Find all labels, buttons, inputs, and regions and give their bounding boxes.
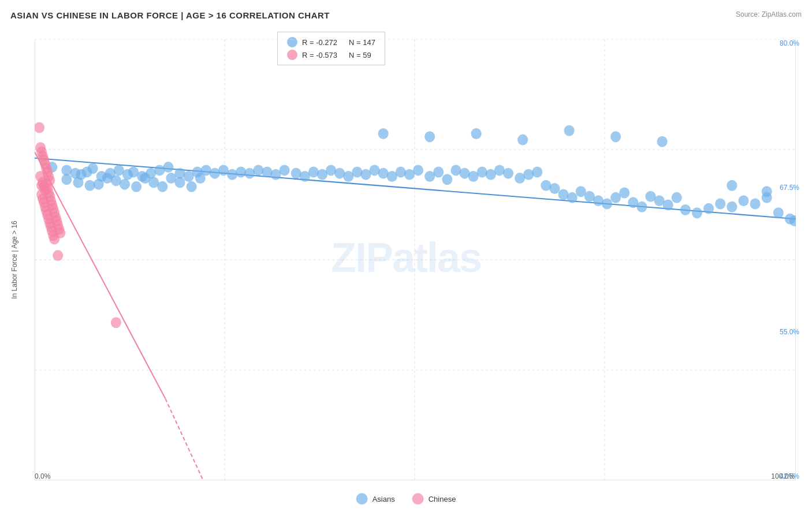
svg-point-85 (672, 192, 682, 203)
x-axis-labels: 0.0% 100.0% (35, 472, 795, 480)
legend-asians: Asians (356, 493, 395, 505)
x-label-left: 0.0% (35, 472, 50, 480)
svg-point-79 (619, 187, 630, 198)
svg-point-87 (692, 207, 702, 218)
svg-point-89 (715, 198, 725, 209)
svg-point-109 (187, 181, 197, 192)
svg-point-115 (564, 125, 575, 136)
svg-point-91 (738, 195, 748, 206)
legend-chinese: Chinese (412, 493, 456, 505)
chinese-swatch-bottom (412, 493, 424, 505)
svg-point-71 (549, 183, 560, 194)
svg-point-97 (73, 177, 83, 188)
source-label: Source: ZipAtlas.com (736, 10, 802, 18)
svg-point-117 (657, 136, 668, 147)
bottom-legend: Asians Chinese (356, 493, 456, 505)
svg-point-103 (131, 181, 141, 192)
svg-point-92 (750, 198, 761, 209)
svg-point-73 (567, 192, 578, 203)
x-label-right: 100.0% (771, 472, 795, 480)
svg-point-66 (503, 168, 513, 179)
svg-point-58 (433, 167, 444, 178)
asians-label: Asians (373, 495, 395, 503)
svg-point-99 (94, 179, 104, 190)
svg-point-38 (253, 165, 263, 176)
svg-point-56 (413, 165, 423, 176)
svg-point-119 (762, 186, 772, 197)
svg-point-19 (88, 163, 98, 174)
svg-point-108 (174, 177, 185, 188)
svg-point-113 (471, 128, 482, 139)
svg-point-114 (517, 135, 528, 145)
svg-point-106 (157, 181, 167, 192)
svg-point-41 (280, 165, 290, 176)
chart-title: ASIAN VS CHINESE IN LABOR FORCE | AGE > … (10, 10, 330, 20)
chart-container: ASIAN VS CHINESE IN LABOR FORCE | AGE > … (0, 0, 812, 515)
svg-point-94 (773, 207, 784, 218)
svg-point-112 (424, 131, 435, 142)
svg-point-118 (727, 180, 737, 191)
svg-point-110 (195, 173, 206, 184)
svg-line-13 (165, 399, 203, 480)
svg-point-102 (120, 179, 130, 190)
svg-point-84 (663, 200, 673, 211)
svg-point-111 (378, 128, 389, 139)
asians-swatch (356, 493, 368, 505)
y-axis-label: In Labor Force | Age > 16 (10, 221, 18, 299)
svg-point-59 (442, 174, 452, 185)
svg-point-69 (532, 167, 542, 178)
svg-point-81 (636, 201, 647, 212)
svg-point-96 (61, 174, 72, 185)
svg-point-86 (680, 204, 691, 215)
svg-point-160 (44, 175, 55, 186)
svg-point-77 (602, 198, 612, 209)
svg-point-28 (163, 162, 173, 173)
svg-point-121 (35, 122, 44, 133)
svg-point-116 (610, 131, 621, 142)
chart-svg (35, 39, 796, 480)
svg-point-151 (49, 234, 59, 245)
svg-point-161 (111, 317, 121, 328)
chinese-label: Chinese (429, 495, 456, 503)
svg-point-90 (727, 201, 737, 212)
svg-point-88 (703, 203, 714, 214)
svg-point-162 (53, 250, 63, 261)
